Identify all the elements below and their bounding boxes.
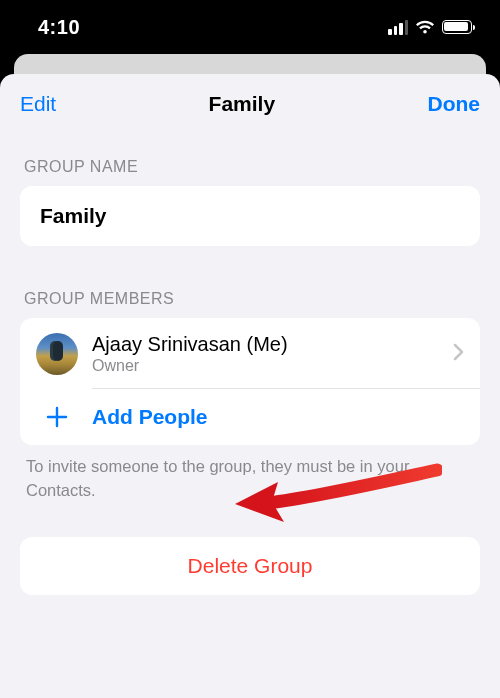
navigation-bar: Edit Family Done <box>0 74 500 134</box>
page-title: Family <box>209 92 276 116</box>
delete-group-button[interactable]: Delete Group <box>20 537 480 595</box>
battery-icon <box>442 20 472 34</box>
edit-button[interactable]: Edit <box>20 92 56 116</box>
group-name-input[interactable]: Family <box>20 186 480 246</box>
member-name: Ajaay Srinivasan (Me) <box>92 332 453 356</box>
add-people-button[interactable]: Add People <box>20 389 480 445</box>
member-role: Owner <box>92 357 453 375</box>
done-button[interactable]: Done <box>428 92 481 116</box>
wifi-icon <box>415 20 435 35</box>
group-members-card: Ajaay Srinivasan (Me) Owner Add People <box>20 318 480 445</box>
invite-footer-note: To invite someone to the group, they mus… <box>20 445 480 503</box>
status-time: 4:10 <box>38 16 80 39</box>
member-row[interactable]: Ajaay Srinivasan (Me) Owner <box>20 318 480 389</box>
avatar <box>36 333 78 375</box>
group-name-section-header: GROUP NAME <box>20 158 480 176</box>
cellular-signal-icon <box>388 20 408 35</box>
status-bar: 4:10 <box>0 0 500 54</box>
delete-group-card: Delete Group <box>20 537 480 595</box>
plus-icon <box>42 406 72 428</box>
add-people-label: Add People <box>92 405 208 429</box>
status-indicators <box>388 20 472 35</box>
group-members-section-header: GROUP MEMBERS <box>20 290 480 308</box>
group-name-card: Family <box>20 186 480 246</box>
edit-group-sheet: Edit Family Done GROUP NAME Family GROUP… <box>0 74 500 698</box>
chevron-right-icon <box>453 343 464 365</box>
